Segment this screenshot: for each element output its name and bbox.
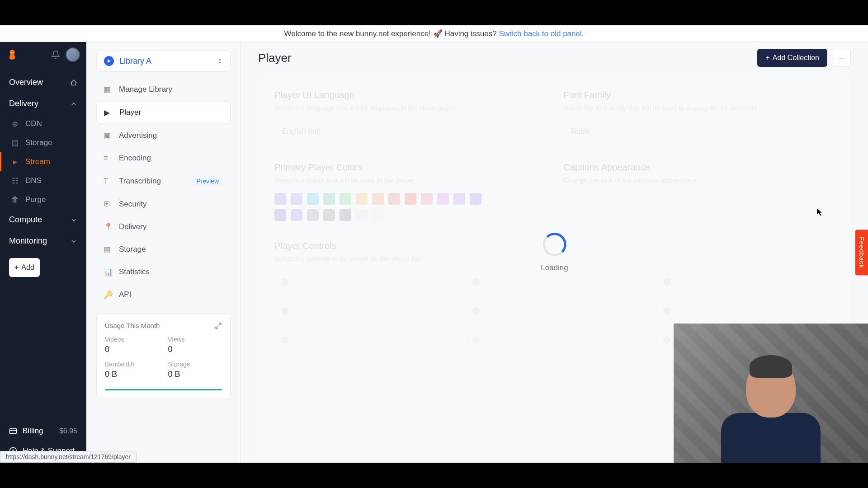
spinner-icon <box>542 233 566 256</box>
svg-point-1 <box>13 52 14 53</box>
nav-stream[interactable]: ▸Stream <box>0 152 86 171</box>
subnav-player[interactable]: ▶Player <box>96 102 231 123</box>
chart-icon: 📊 <box>104 267 113 277</box>
dns-icon: ☷ <box>11 177 19 185</box>
disk-icon: ▤ <box>104 245 113 254</box>
play-circle-icon <box>104 56 114 66</box>
globe-icon: ⊕ <box>11 120 19 128</box>
usage-card: Usage This Month Videos0 Views0 Bandwidt… <box>96 313 231 399</box>
library-icon: ▦ <box>104 85 113 94</box>
nav-overview[interactable]: Overview <box>0 72 86 93</box>
avatar[interactable] <box>66 47 80 62</box>
usage-storage: Storage0 B <box>168 361 222 379</box>
logo-icon[interactable] <box>6 49 18 61</box>
loading-overlay: Loading <box>541 233 568 272</box>
preview-badge: Preview <box>192 176 223 186</box>
subnav-transcribing[interactable]: TTranscribingPreview <box>96 170 231 192</box>
nav-monitoring[interactable]: Monitoring <box>0 230 86 252</box>
chevron-down-icon <box>70 238 77 245</box>
usage-bandwidth: Bandwidth0 B <box>105 361 159 379</box>
plus-icon: + <box>14 263 19 272</box>
svg-point-0 <box>11 52 12 53</box>
expand-icon[interactable] <box>215 322 222 329</box>
primary-sidebar: Overview Delivery ⊕CDN ▤Storage ▸Stream … <box>0 42 86 463</box>
pin-icon: 📍 <box>104 222 113 231</box>
trash-icon: 🗑 <box>11 196 19 204</box>
ad-icon: ▣ <box>104 131 113 140</box>
usage-videos: Videos0 <box>105 336 159 354</box>
add-button[interactable]: +Add <box>9 258 40 277</box>
play-icon: ▸ <box>11 158 19 166</box>
sort-icon <box>217 58 223 64</box>
add-collection-button[interactable]: +Add Collection <box>757 49 827 67</box>
subnav-api[interactable]: 🔑API <box>96 284 231 305</box>
home-icon <box>70 79 77 86</box>
chevron-down-icon <box>70 216 77 224</box>
text-icon: T <box>104 177 113 186</box>
feedback-tab[interactable]: Feedback <box>855 230 868 275</box>
nav-delivery[interactable]: Delivery <box>0 93 86 114</box>
key-icon: 🔑 <box>104 290 113 299</box>
webcam-overlay <box>674 324 868 463</box>
nav-purge[interactable]: 🗑Purge <box>0 190 86 209</box>
switch-panel-link[interactable]: Switch back to old panel <box>499 29 581 38</box>
subnav-encoding[interactable]: ≡Encoding <box>96 148 231 169</box>
status-bar-url: https://dash.bunny.net/stream/121769/pla… <box>0 451 137 463</box>
svg-rect-2 <box>10 429 17 434</box>
nav-compute[interactable]: Compute <box>0 209 86 230</box>
chevron-up-icon <box>70 100 77 108</box>
nav-dns[interactable]: ☷DNS <box>0 171 86 190</box>
library-selector[interactable]: Library A <box>96 50 231 72</box>
usage-bar <box>105 389 222 390</box>
play-icon: ▶ <box>104 108 113 117</box>
billing-link[interactable]: Billing $6.95 <box>0 421 86 441</box>
plus-icon: + <box>765 54 769 62</box>
subnav-delivery[interactable]: 📍Delivery <box>96 216 231 237</box>
nav-cdn[interactable]: ⊕CDN <box>0 114 86 133</box>
subnav-statistics[interactable]: 📊Statistics <box>96 262 231 282</box>
dots-icon: ⋯ <box>839 55 845 61</box>
page-title: Player <box>258 51 292 65</box>
wave-icon: ≡ <box>104 154 113 163</box>
top-banner: Welcome to the new bunny.net experience!… <box>0 25 868 42</box>
shield-icon: ⛨ <box>104 200 113 209</box>
library-subnav: Library A ▦Manage Library ▶Player ▣Adver… <box>86 42 241 463</box>
nav-storage[interactable]: ▤Storage <box>0 133 86 152</box>
subnav-security[interactable]: ⛨Security <box>96 194 231 215</box>
card-icon <box>9 427 17 435</box>
usage-title: Usage This Month <box>105 322 160 329</box>
usage-views: Views0 <box>168 336 222 354</box>
subnav-storage[interactable]: ▤Storage <box>96 239 231 260</box>
cursor-icon <box>816 208 823 217</box>
subnav-manage-library[interactable]: ▦Manage Library <box>96 79 231 100</box>
subnav-advertising[interactable]: ▣Advertising <box>96 125 231 146</box>
bell-icon[interactable] <box>51 50 60 59</box>
disk-icon: ▤ <box>11 139 19 147</box>
more-button[interactable]: ⋯ <box>833 49 851 67</box>
